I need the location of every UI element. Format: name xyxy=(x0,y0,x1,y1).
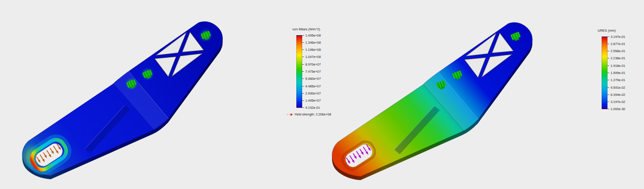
yield-strength-indicator: Yield strength: 2.206e+08 xyxy=(287,112,331,116)
legend-value: 1.599e-01 xyxy=(607,71,625,74)
legend-value: 1.047e+08 xyxy=(302,55,321,59)
legend-value: 1.279e-01 xyxy=(607,78,625,82)
displacement-colorbar xyxy=(602,37,607,109)
legend-value: 1.000e-30 xyxy=(607,107,625,111)
legend-tick xyxy=(607,58,609,58)
legend-value: 1.918e-01 xyxy=(607,64,625,67)
stress-colorbar-labels: 1.495e+08 1.346e+08 1.196e+08 1.047e+08 … xyxy=(302,33,321,110)
simulation-viewport[interactable]: von Mises (N/m^2) 1.495e+08 1.346e+08 1.… xyxy=(0,0,644,189)
displacement-legend-title: URES (mm) xyxy=(598,29,625,33)
legend-tick xyxy=(302,107,304,108)
legend-value: 2.877e-01 xyxy=(607,42,625,45)
legend-value: 2.558e-01 xyxy=(607,49,625,53)
displacement-model[interactable] xyxy=(332,22,532,180)
legend-tick xyxy=(302,49,304,50)
legend-value: 1.196e+08 xyxy=(302,48,321,52)
legend-tick xyxy=(302,35,304,36)
yield-arrow-icon xyxy=(287,113,293,116)
legend-tick xyxy=(607,73,609,73)
legend-tick xyxy=(607,94,609,95)
legend-tick xyxy=(607,66,609,66)
legend-value: 1.495e+07 xyxy=(302,99,321,103)
legend-tick xyxy=(302,93,304,94)
legend-tick xyxy=(302,64,304,65)
legend-tick xyxy=(607,87,609,88)
legend-tick xyxy=(607,37,609,37)
legend-tick xyxy=(302,42,304,43)
displacement-legend: URES (mm) 3.197e-01 2.877e-01 2.558e-01 … xyxy=(598,29,625,111)
legend-value: 4.192e-01 xyxy=(302,106,321,110)
legend-tick xyxy=(302,57,304,57)
legend-value: 7.475e+07 xyxy=(302,70,321,73)
legend-tick xyxy=(302,71,304,72)
legend-value: 6.394e-02 xyxy=(607,93,625,96)
stress-legend-title: von Mises (N/m^2) xyxy=(292,27,331,31)
legend-value: 2.238e-01 xyxy=(607,57,625,60)
stress-legend: von Mises (N/m^2) 1.495e+08 1.346e+08 1.… xyxy=(292,27,331,116)
legend-tick xyxy=(607,102,609,102)
legend-tick xyxy=(607,109,609,109)
legend-value: 3.197e-01 xyxy=(607,35,625,38)
stress-colorbar xyxy=(296,35,302,108)
legend-value: 1.346e+08 xyxy=(302,41,321,44)
displacement-colorbar-labels: 3.197e-01 2.877e-01 2.558e-01 2.238e-01 … xyxy=(607,35,625,111)
legend-value: 1.495e+08 xyxy=(302,33,321,37)
legend-value: 5.980e+07 xyxy=(302,77,321,81)
legend-tick xyxy=(302,86,304,86)
legend-value: 3.197e-02 xyxy=(607,100,625,104)
legend-tick xyxy=(607,80,609,80)
legend-value: 2.990e+07 xyxy=(302,91,321,95)
legend-value: 8.970e+07 xyxy=(302,62,321,66)
legend-tick xyxy=(302,78,304,79)
legend-value: 9.591e-02 xyxy=(607,86,625,89)
yield-strength-label: Yield strength: 2.206e+08 xyxy=(294,112,331,116)
stress-model[interactable] xyxy=(21,21,223,179)
legend-tick xyxy=(607,51,609,51)
legend-tick xyxy=(302,100,304,101)
legend-value: 4.485e+07 xyxy=(302,84,321,88)
legend-tick xyxy=(607,44,609,44)
